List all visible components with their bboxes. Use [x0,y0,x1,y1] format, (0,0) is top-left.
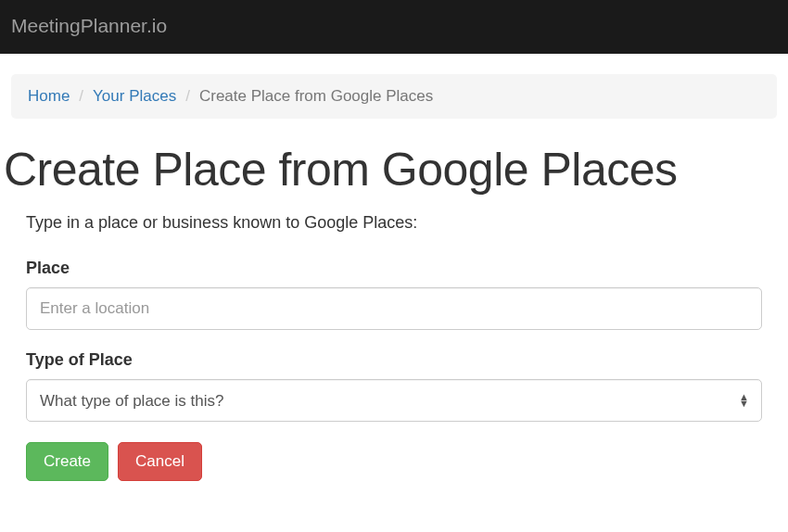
page-title: Create Place from Google Places [4,143,788,196]
breadcrumb: Home / Your Places / Create Place from G… [11,74,777,119]
create-button[interactable]: Create [26,442,108,481]
intro-text: Type in a place or business known to Goo… [26,213,762,233]
brand[interactable]: MeetingPlanner.io [11,15,167,37]
cancel-button[interactable]: Cancel [118,442,202,481]
breadcrumb-item-your-places: Your Places [93,87,176,106]
type-label: Type of Place [26,350,762,370]
type-select-wrap: What type of place is this? ▲▼ [26,379,762,422]
breadcrumb-separator: / [79,87,83,106]
form-group-type: Type of Place What type of place is this… [26,350,762,422]
place-label: Place [26,259,762,278]
breadcrumb-link-your-places[interactable]: Your Places [93,87,176,105]
main-container: Home / Your Places / Create Place from G… [0,74,788,500]
form-area: Type in a place or business known to Goo… [0,213,788,481]
type-select[interactable]: What type of place is this? [26,379,762,422]
form-group-place: Place [26,259,762,330]
breadcrumb-item-current: Create Place from Google Places [199,87,433,106]
breadcrumb-link-home[interactable]: Home [28,87,70,105]
place-input[interactable] [26,287,762,330]
breadcrumb-item-home: Home [28,87,70,106]
button-row: Create Cancel [26,442,762,481]
navbar: MeetingPlanner.io [0,0,788,54]
breadcrumb-separator: / [185,87,190,106]
